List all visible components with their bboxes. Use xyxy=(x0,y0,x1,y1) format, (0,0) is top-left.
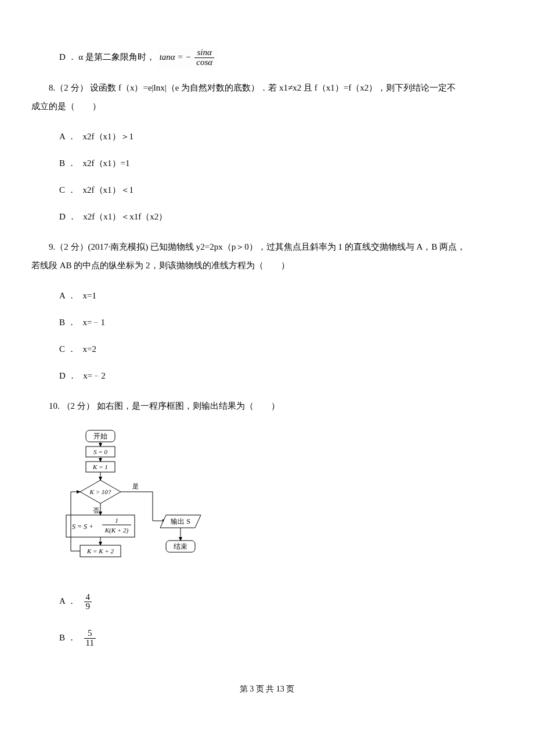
q9-option-b: B ． x=﹣1 xyxy=(59,315,503,329)
option-label: B ． xyxy=(59,633,76,642)
flowchart-figure: 开始 S = 0 K = 1 K > 10? 是 输出 S 结束 否 S = S… xyxy=(63,429,503,580)
q9-option-d: D ． x=﹣2 xyxy=(59,369,503,383)
q9-stem-line2: 若线段 AB 的中点的纵坐标为 2，则该抛物线的准线方程为（ ） xyxy=(31,258,503,272)
fraction-den: 9 xyxy=(84,602,92,611)
question-10: 10. （2 分） 如右图，是一程序框图，则输出结果为（ ） xyxy=(31,399,503,413)
option-text: x2f（x1）＜x1f（x2） xyxy=(83,212,167,221)
fraction-num: 5 xyxy=(84,629,96,638)
option-label: C ． xyxy=(59,185,76,195)
option-text: x=1 xyxy=(83,291,96,300)
q8-stem-line2: 成立的是（ ） xyxy=(31,99,503,113)
page-footer: 第 3 页 共 13 页 xyxy=(31,683,503,707)
formula-tan: tanα = − sinαcosα xyxy=(157,48,218,68)
question-8: 8.（2 分） 设函数 f（x）=e|lnx|（e 为自然对数的底数）．若 x1… xyxy=(31,81,503,113)
q8-stem-line1: 8.（2 分） 设函数 f（x）=e|lnx|（e 为自然对数的底数）．若 x1… xyxy=(31,81,503,95)
fraction-num: 4 xyxy=(84,593,92,602)
fraction-num: sinα xyxy=(194,48,214,57)
question-9: 9.（2 分）(2017·南充模拟) 已知抛物线 y2=2px（p＞0），过其焦… xyxy=(31,240,503,272)
option-label: D ． xyxy=(59,371,77,380)
q8-option-b: B ． x2f（x1）=1 xyxy=(59,156,503,170)
fraction-den: cosα xyxy=(194,57,214,67)
option-label: D ． xyxy=(59,212,77,221)
q9-option-c: C ． x=2 xyxy=(59,342,503,356)
formula-lhs: tanα = − xyxy=(160,52,194,62)
option-label: A ． xyxy=(59,132,76,141)
q9-option-a: A ． x=1 xyxy=(59,289,503,303)
flow-start: 开始 xyxy=(93,432,107,440)
fraction: 4 9 xyxy=(84,593,92,612)
option-label: B ． xyxy=(59,159,76,168)
q9-stem-line1: 9.（2 分）(2017·南充模拟) 已知抛物线 y2=2px（p＞0），过其焦… xyxy=(31,240,503,254)
fraction: sinαcosα xyxy=(194,48,214,67)
flow-yes: 是 xyxy=(132,483,139,489)
q8-option-c: C ． x2f（x1）＜1 xyxy=(59,183,503,197)
flow-upd-num: 1 xyxy=(115,517,118,524)
option-label: D ． xyxy=(59,52,77,62)
option-label: C ． xyxy=(59,344,76,354)
option-text: x=﹣2 xyxy=(83,371,105,380)
flow-upd-den: K(K + 2) xyxy=(104,527,129,534)
option-text: x=2 xyxy=(83,344,96,354)
flow-end: 结束 xyxy=(174,542,187,550)
option-text: α 是第二象限角时， xyxy=(78,52,155,62)
q7-option-d: D ． α 是第二象限角时， tanα = − sinαcosα xyxy=(59,48,503,68)
option-text: x2f（x1）＞1 xyxy=(83,132,134,141)
flow-no: 否 xyxy=(93,507,99,514)
q8-option-a: A ． x2f（x1）＞1 xyxy=(59,129,503,143)
option-text: x=﹣1 xyxy=(83,318,105,327)
flow-s0: S = 0 xyxy=(93,448,107,455)
option-text: x2f（x1）＜1 xyxy=(83,185,134,195)
flow-out: 输出 S xyxy=(171,517,190,525)
flow-upd-lhs: S = S + xyxy=(72,523,93,531)
option-label: B ． xyxy=(59,318,76,327)
flow-inc: K = K + 2 xyxy=(86,548,114,555)
option-label: A ． xyxy=(59,291,76,300)
fraction: 5 11 xyxy=(84,629,96,648)
option-text: x2f（x1）=1 xyxy=(83,159,130,168)
flow-k1: K = 1 xyxy=(92,463,108,470)
flow-cond: K > 10? xyxy=(89,488,111,495)
option-label: A ． xyxy=(59,596,76,606)
q10-stem: 10. （2 分） 如右图，是一程序框图，则输出结果为（ ） xyxy=(31,399,503,413)
fraction-den: 11 xyxy=(84,638,96,648)
q10-option-b: B ． 5 11 xyxy=(59,629,503,648)
q8-option-d: D ． x2f（x1）＜x1f（x2） xyxy=(59,210,503,224)
q10-option-a: A ． 4 9 xyxy=(59,593,503,612)
